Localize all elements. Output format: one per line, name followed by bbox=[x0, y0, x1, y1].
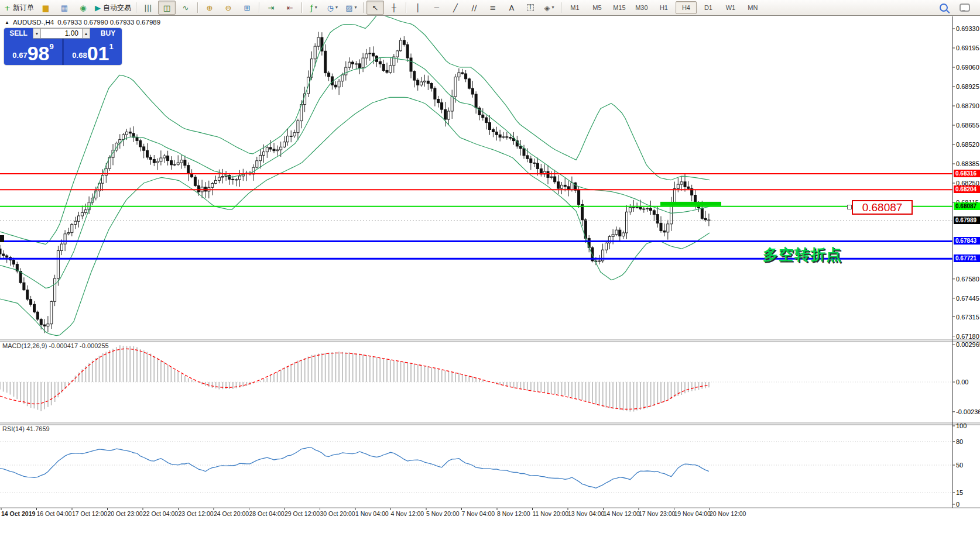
rsi-tick-15: 15 bbox=[956, 489, 963, 496]
indicators-button[interactable]: ƒ▾ bbox=[305, 1, 323, 15]
timeframe-mn-button[interactable]: MN bbox=[742, 1, 763, 14]
panel-separators bbox=[0, 340, 980, 508]
candlestick-chart-button[interactable]: ◫ bbox=[158, 1, 176, 15]
volume-increase-button[interactable]: ▲ bbox=[82, 28, 90, 39]
text-button[interactable]: A bbox=[503, 1, 520, 15]
bar-chart-button[interactable]: ||| bbox=[139, 1, 157, 15]
time-label: 22 Oct 04:00 bbox=[143, 510, 178, 517]
signal-icon: ◉ bbox=[80, 4, 86, 12]
toolbar-separator bbox=[406, 2, 406, 13]
horizontal-line-icon: ─ bbox=[434, 4, 439, 12]
time-label: 1 Nov 04:00 bbox=[355, 510, 389, 517]
mt4-window: +新订单▆▦◉▶自动交易|||◫∿⊕⊖⊞⇥⇤ƒ▾◷▾▨▾↖┼│─╱∕∕≡AT◈▾… bbox=[0, 0, 980, 554]
signal-button[interactable]: ◉ bbox=[74, 1, 92, 15]
equidistant-channel-button[interactable]: ∕∕ bbox=[465, 1, 483, 15]
cursor-button[interactable]: ↖ bbox=[366, 1, 384, 15]
chart-text-annotation[interactable]: 多空转折点 bbox=[763, 245, 842, 265]
toolbar-separator bbox=[197, 2, 198, 13]
fibonacci-button[interactable]: ≡ bbox=[484, 1, 502, 15]
vertical-line-button[interactable]: │ bbox=[409, 1, 427, 15]
horizontal-line-button[interactable]: ─ bbox=[428, 1, 446, 15]
sell-button[interactable]: SELL bbox=[4, 28, 33, 39]
timeframe-w1-button[interactable]: W1 bbox=[720, 1, 741, 14]
buy-price-prefix: 0.68 bbox=[72, 51, 87, 60]
price-tick-0.68790: 0.68790 bbox=[956, 102, 979, 109]
arrows-button[interactable]: ◈▾ bbox=[540, 1, 558, 15]
time-label: 24 Oct 20:00 bbox=[214, 510, 249, 517]
rsi-line bbox=[0, 448, 709, 488]
one-click-trading-panel: SELL ▼ ▲ BUY 0.67 98 9 0.68 01 1 bbox=[4, 28, 122, 65]
periods-icon: ◷ bbox=[327, 4, 334, 12]
ohlc-values: 0.67933 0.67990 0.67933 0.67989 bbox=[57, 19, 160, 26]
fibonacci-icon: ≡ bbox=[489, 4, 496, 12]
time-label: 19 Nov 04:00 bbox=[674, 510, 711, 517]
price-tick-0.68655: 0.68655 bbox=[956, 122, 979, 129]
timeframe-m30-button[interactable]: M30 bbox=[631, 1, 652, 14]
text-label-button[interactable]: T bbox=[522, 1, 539, 15]
time-label: 14 Nov 12:00 bbox=[604, 510, 640, 517]
indicators-icon: ƒ bbox=[310, 4, 313, 12]
chart-region[interactable]: ▲ AUDUSD-,H4 0.67933 0.67990 0.67933 0.6… bbox=[0, 16, 980, 554]
zoom-in-button[interactable]: ⊕ bbox=[201, 1, 218, 15]
callout-anchor-handle[interactable] bbox=[847, 205, 852, 209]
price-badge-0.68316: 0.68316 bbox=[954, 170, 980, 177]
periods-button[interactable]: ◷▾ bbox=[324, 1, 341, 15]
chart-shift-button[interactable]: ⇤ bbox=[281, 1, 299, 15]
timeframe-m5-button[interactable]: M5 bbox=[587, 1, 608, 14]
templates-button[interactable]: ▨▾ bbox=[342, 1, 360, 15]
volume-input[interactable] bbox=[41, 28, 82, 39]
timeframe-h1-button[interactable]: H1 bbox=[653, 1, 674, 14]
support-zone-segment bbox=[660, 202, 721, 206]
sell-price-big: 98 bbox=[28, 44, 50, 62]
price-tick-0.68520: 0.68520 bbox=[956, 141, 979, 148]
macd-tick-0.00: 0.00 bbox=[956, 378, 968, 386]
auto-scroll-button[interactable]: ⇥ bbox=[262, 1, 280, 15]
time-label: 4 Nov 12:00 bbox=[391, 510, 424, 517]
collapse-trade-panel-icon[interactable]: ▲ bbox=[5, 20, 9, 25]
crosshair-button[interactable]: ┼ bbox=[385, 1, 403, 15]
buy-button[interactable]: BUY bbox=[94, 28, 122, 39]
time-label: 14 Oct 2019 bbox=[1, 510, 35, 517]
auto-trading-icon: ▶ bbox=[95, 4, 101, 12]
timeframe-h4-button[interactable]: H4 bbox=[676, 1, 697, 14]
chat-button[interactable] bbox=[956, 1, 974, 15]
market-watch-icon: ▆ bbox=[43, 4, 49, 12]
navigator-button[interactable]: ▦ bbox=[56, 1, 73, 15]
new-order-button[interactable]: +新订单 bbox=[2, 1, 36, 15]
rsi-tick-0: 0 bbox=[956, 501, 960, 508]
timeframe-d1-button[interactable]: D1 bbox=[698, 1, 719, 14]
macd-signal-line bbox=[0, 349, 709, 409]
sell-price[interactable]: 0.67 98 9 bbox=[4, 39, 64, 65]
tile-windows-icon: ⊞ bbox=[244, 4, 250, 12]
macd-tick--0.002363: -0.002363 bbox=[956, 408, 980, 415]
price-callout-label[interactable]: 0.68087 bbox=[852, 200, 913, 215]
time-label: 17 Nov 23:00 bbox=[639, 510, 675, 517]
crosshair-icon: ┼ bbox=[392, 4, 396, 12]
toolbar-separator bbox=[301, 2, 302, 13]
sell-price-prefix: 0.67 bbox=[12, 51, 27, 60]
search-button[interactable] bbox=[937, 1, 955, 15]
market-watch-button[interactable]: ▆ bbox=[37, 1, 54, 15]
zoom-out-button[interactable]: ⊖ bbox=[220, 1, 237, 15]
volume-decrease-button[interactable]: ▼ bbox=[33, 28, 41, 39]
trendline-button[interactable]: ╱ bbox=[447, 1, 464, 15]
timeframe-m15-button[interactable]: M15 bbox=[609, 1, 630, 14]
bb-lower bbox=[0, 97, 710, 335]
candles-up bbox=[47, 37, 683, 326]
chart-title: ▲ AUDUSD-,H4 0.67933 0.67990 0.67933 0.6… bbox=[5, 19, 160, 26]
object-anchor-marker bbox=[0, 235, 4, 242]
timeframe-m1-button[interactable]: M1 bbox=[564, 1, 585, 14]
auto-trading-button[interactable]: ▶自动交易 bbox=[93, 1, 133, 15]
vertical-line-icon: │ bbox=[416, 4, 420, 12]
auto-trading-button-label: 自动交易 bbox=[103, 4, 131, 11]
rsi-tick-50: 50 bbox=[956, 462, 963, 469]
tile-windows-button[interactable]: ⊞ bbox=[238, 1, 256, 15]
buy-price[interactable]: 0.68 01 1 bbox=[64, 39, 122, 65]
line-chart-button[interactable]: ∿ bbox=[177, 1, 194, 15]
line-chart-icon: ∿ bbox=[182, 4, 189, 12]
current-price-badge: 0.67989 bbox=[954, 216, 980, 224]
price-tick-0.67315: 0.67315 bbox=[956, 314, 979, 321]
equidistant-channel-icon: ∕∕ bbox=[472, 4, 477, 12]
candlestick-chart-icon: ◫ bbox=[163, 4, 170, 12]
price-badge-0.67721: 0.67721 bbox=[954, 254, 980, 262]
